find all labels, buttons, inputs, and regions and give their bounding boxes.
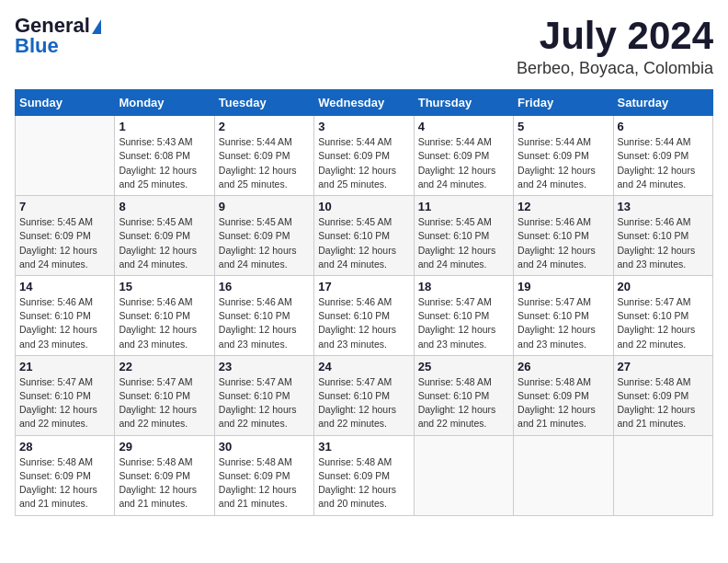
calendar-cell: 24Sunrise: 5:47 AM Sunset: 6:10 PM Dayli… <box>314 355 414 435</box>
calendar-cell: 27Sunrise: 5:48 AM Sunset: 6:09 PM Dayli… <box>613 355 712 435</box>
calendar-cell <box>514 435 613 515</box>
calendar-week-row: 28Sunrise: 5:48 AM Sunset: 6:09 PM Dayli… <box>16 435 713 515</box>
day-number: 6 <box>618 120 709 133</box>
day-info: Sunrise: 5:45 AM Sunset: 6:09 PM Dayligh… <box>219 215 310 271</box>
day-info: Sunrise: 5:47 AM Sunset: 6:10 PM Dayligh… <box>19 375 110 431</box>
day-info: Sunrise: 5:48 AM Sunset: 6:09 PM Dayligh… <box>119 455 210 511</box>
day-number: 8 <box>119 200 210 213</box>
calendar-cell <box>16 116 115 196</box>
day-number: 30 <box>219 440 310 454</box>
day-info: Sunrise: 5:48 AM Sunset: 6:09 PM Dayligh… <box>19 455 110 511</box>
title-section: July 2024 Berbeo, Boyaca, Colombia <box>517 15 713 78</box>
day-number: 7 <box>19 200 110 213</box>
day-info: Sunrise: 5:46 AM Sunset: 6:10 PM Dayligh… <box>19 295 110 351</box>
calendar-cell: 12Sunrise: 5:46 AM Sunset: 6:10 PM Dayli… <box>514 196 613 276</box>
page-header: General Blue July 2024 Berbeo, Boyaca, C… <box>15 15 713 78</box>
day-info: Sunrise: 5:46 AM Sunset: 6:10 PM Dayligh… <box>518 215 609 271</box>
day-number: 14 <box>19 280 110 293</box>
day-number: 28 <box>19 440 110 454</box>
day-info: Sunrise: 5:47 AM Sunset: 6:10 PM Dayligh… <box>219 375 310 431</box>
calendar-cell: 28Sunrise: 5:48 AM Sunset: 6:09 PM Dayli… <box>16 435 115 515</box>
calendar-cell: 20Sunrise: 5:47 AM Sunset: 6:10 PM Dayli… <box>613 275 712 355</box>
day-number: 2 <box>219 120 310 133</box>
calendar-cell: 8Sunrise: 5:45 AM Sunset: 6:09 PM Daylig… <box>115 196 214 276</box>
calendar-cell: 7Sunrise: 5:45 AM Sunset: 6:09 PM Daylig… <box>16 196 115 276</box>
calendar-cell: 25Sunrise: 5:48 AM Sunset: 6:10 PM Dayli… <box>414 355 513 435</box>
day-info: Sunrise: 5:45 AM Sunset: 6:09 PM Dayligh… <box>19 215 110 271</box>
day-number: 15 <box>119 280 210 293</box>
calendar-cell: 23Sunrise: 5:47 AM Sunset: 6:10 PM Dayli… <box>214 355 313 435</box>
column-header-thursday: Thursday <box>414 90 513 116</box>
logo-blue-text: Blue <box>15 35 59 57</box>
day-info: Sunrise: 5:45 AM Sunset: 6:09 PM Dayligh… <box>119 215 210 271</box>
column-header-monday: Monday <box>115 90 214 116</box>
day-number: 21 <box>19 360 110 373</box>
day-number: 18 <box>418 280 509 293</box>
day-number: 27 <box>618 360 709 373</box>
day-info: Sunrise: 5:44 AM Sunset: 6:09 PM Dayligh… <box>318 135 409 191</box>
calendar-cell: 4Sunrise: 5:44 AM Sunset: 6:09 PM Daylig… <box>414 116 513 196</box>
day-number: 25 <box>418 360 509 373</box>
day-info: Sunrise: 5:47 AM Sunset: 6:10 PM Dayligh… <box>418 295 509 351</box>
calendar-week-row: 1Sunrise: 5:43 AM Sunset: 6:08 PM Daylig… <box>16 116 713 196</box>
calendar-cell: 1Sunrise: 5:43 AM Sunset: 6:08 PM Daylig… <box>115 116 214 196</box>
calendar-week-row: 14Sunrise: 5:46 AM Sunset: 6:10 PM Dayli… <box>16 275 713 355</box>
day-info: Sunrise: 5:45 AM Sunset: 6:10 PM Dayligh… <box>418 215 509 271</box>
day-info: Sunrise: 5:46 AM Sunset: 6:10 PM Dayligh… <box>119 295 210 351</box>
day-number: 29 <box>119 440 210 454</box>
day-info: Sunrise: 5:44 AM Sunset: 6:09 PM Dayligh… <box>219 135 310 191</box>
day-info: Sunrise: 5:46 AM Sunset: 6:10 PM Dayligh… <box>618 215 709 271</box>
calendar-cell: 22Sunrise: 5:47 AM Sunset: 6:10 PM Dayli… <box>115 355 214 435</box>
calendar-cell: 29Sunrise: 5:48 AM Sunset: 6:09 PM Dayli… <box>115 435 214 515</box>
day-info: Sunrise: 5:46 AM Sunset: 6:10 PM Dayligh… <box>219 295 310 351</box>
day-number: 11 <box>418 200 509 213</box>
calendar-cell: 6Sunrise: 5:44 AM Sunset: 6:09 PM Daylig… <box>613 116 712 196</box>
calendar-cell: 16Sunrise: 5:46 AM Sunset: 6:10 PM Dayli… <box>214 275 313 355</box>
day-number: 23 <box>219 360 310 373</box>
column-header-friday: Friday <box>514 90 613 116</box>
calendar-cell: 5Sunrise: 5:44 AM Sunset: 6:09 PM Daylig… <box>514 116 613 196</box>
column-header-wednesday: Wednesday <box>314 90 414 116</box>
calendar-cell: 17Sunrise: 5:46 AM Sunset: 6:10 PM Dayli… <box>314 275 414 355</box>
location-title: Berbeo, Boyaca, Colombia <box>517 59 713 78</box>
calendar-cell: 18Sunrise: 5:47 AM Sunset: 6:10 PM Dayli… <box>414 275 513 355</box>
calendar-cell: 26Sunrise: 5:48 AM Sunset: 6:09 PM Dayli… <box>514 355 613 435</box>
day-info: Sunrise: 5:48 AM Sunset: 6:09 PM Dayligh… <box>219 455 310 511</box>
day-number: 9 <box>219 200 310 213</box>
column-header-saturday: Saturday <box>613 90 712 116</box>
day-number: 20 <box>618 280 709 293</box>
column-header-tuesday: Tuesday <box>214 90 313 116</box>
day-number: 31 <box>318 440 409 454</box>
day-number: 3 <box>318 120 409 133</box>
calendar-header-row: SundayMondayTuesdayWednesdayThursdayFrid… <box>16 90 713 116</box>
day-info: Sunrise: 5:43 AM Sunset: 6:08 PM Dayligh… <box>119 135 210 191</box>
calendar-table: SundayMondayTuesdayWednesdayThursdayFrid… <box>15 89 713 515</box>
calendar-cell <box>414 435 513 515</box>
day-number: 1 <box>119 120 210 133</box>
day-number: 24 <box>318 360 409 373</box>
day-number: 13 <box>618 200 709 213</box>
day-info: Sunrise: 5:47 AM Sunset: 6:10 PM Dayligh… <box>318 375 409 431</box>
calendar-cell: 11Sunrise: 5:45 AM Sunset: 6:10 PM Dayli… <box>414 196 513 276</box>
day-info: Sunrise: 5:48 AM Sunset: 6:09 PM Dayligh… <box>618 375 709 431</box>
day-info: Sunrise: 5:48 AM Sunset: 6:10 PM Dayligh… <box>418 375 509 431</box>
day-info: Sunrise: 5:46 AM Sunset: 6:10 PM Dayligh… <box>318 295 409 351</box>
calendar-cell <box>613 435 712 515</box>
day-number: 4 <box>418 120 509 133</box>
calendar-week-row: 7Sunrise: 5:45 AM Sunset: 6:09 PM Daylig… <box>16 196 713 276</box>
day-number: 12 <box>518 200 609 213</box>
calendar-cell: 30Sunrise: 5:48 AM Sunset: 6:09 PM Dayli… <box>214 435 313 515</box>
calendar-week-row: 21Sunrise: 5:47 AM Sunset: 6:10 PM Dayli… <box>16 355 713 435</box>
day-number: 22 <box>119 360 210 373</box>
day-number: 5 <box>518 120 609 133</box>
day-number: 10 <box>318 200 409 213</box>
day-number: 17 <box>318 280 409 293</box>
month-title: July 2024 <box>517 15 713 57</box>
day-info: Sunrise: 5:47 AM Sunset: 6:10 PM Dayligh… <box>119 375 210 431</box>
day-info: Sunrise: 5:48 AM Sunset: 6:09 PM Dayligh… <box>518 375 609 431</box>
day-info: Sunrise: 5:47 AM Sunset: 6:10 PM Dayligh… <box>618 295 709 351</box>
day-info: Sunrise: 5:45 AM Sunset: 6:10 PM Dayligh… <box>318 215 409 271</box>
day-info: Sunrise: 5:47 AM Sunset: 6:10 PM Dayligh… <box>518 295 609 351</box>
day-number: 16 <box>219 280 310 293</box>
calendar-cell: 14Sunrise: 5:46 AM Sunset: 6:10 PM Dayli… <box>16 275 115 355</box>
